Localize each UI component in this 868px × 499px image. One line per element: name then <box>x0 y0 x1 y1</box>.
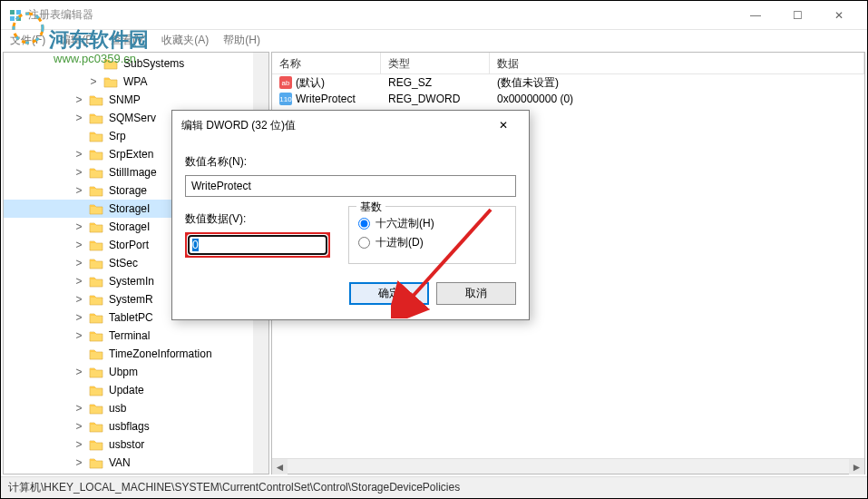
radio-dec-label: 十进制(D) <box>375 235 424 250</box>
radio-dec[interactable] <box>358 237 370 249</box>
value-field[interactable] <box>188 235 327 255</box>
radio-hex-label: 十六进制(H) <box>375 216 434 231</box>
radix-group: 基数 十六进制(H) 十进制(D) <box>348 206 516 264</box>
radio-dec-row[interactable]: 十进制(D) <box>358 235 506 250</box>
name-label: 数值名称(N): <box>185 154 516 170</box>
radio-hex[interactable] <box>358 218 370 230</box>
value-highlight <box>185 232 330 258</box>
radix-legend: 基数 <box>356 200 385 215</box>
dialog-title-text: 编辑 DWORD (32 位)值 <box>181 118 296 133</box>
dialog-close-button[interactable]: ✕ <box>487 113 520 138</box>
radio-hex-row[interactable]: 十六进制(H) <box>358 216 506 231</box>
dialog-overlay: 编辑 DWORD (32 位)值 ✕ 数值名称(N): 数值数据(V): 基数 <box>1 1 867 498</box>
value-label: 数值数据(V): <box>185 211 330 227</box>
dialog-edit-dword: 编辑 DWORD (32 位)值 ✕ 数值名称(N): 数值数据(V): 基数 <box>171 110 530 320</box>
cancel-button[interactable]: 取消 <box>436 282 516 305</box>
name-field[interactable] <box>185 175 516 197</box>
ok-button[interactable]: 确定 <box>349 282 429 305</box>
dialog-titlebar[interactable]: 编辑 DWORD (32 位)值 ✕ <box>172 111 529 140</box>
